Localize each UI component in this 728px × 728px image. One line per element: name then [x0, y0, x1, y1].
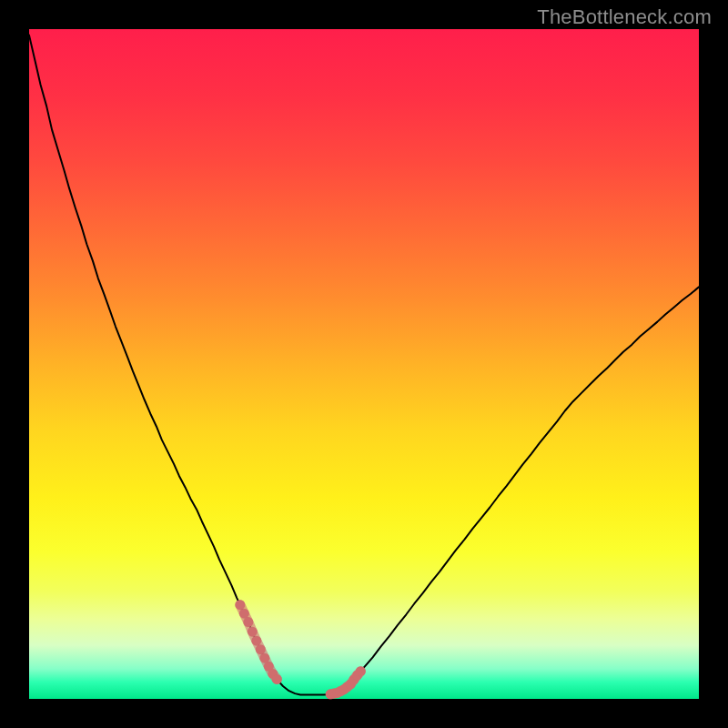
accent-dot: [272, 674, 282, 684]
accent-dot: [235, 600, 245, 610]
accent-dot: [256, 644, 266, 654]
watermark-text: TheBottleneck.com: [537, 5, 712, 29]
chart-frame: TheBottleneck.com: [0, 0, 728, 728]
accent-dot: [239, 609, 249, 619]
accent-dot: [356, 666, 366, 676]
accent-dot: [251, 636, 261, 646]
accent-dot: [248, 627, 258, 637]
bottleneck-chart: [0, 0, 728, 728]
accent-dot: [243, 617, 253, 627]
